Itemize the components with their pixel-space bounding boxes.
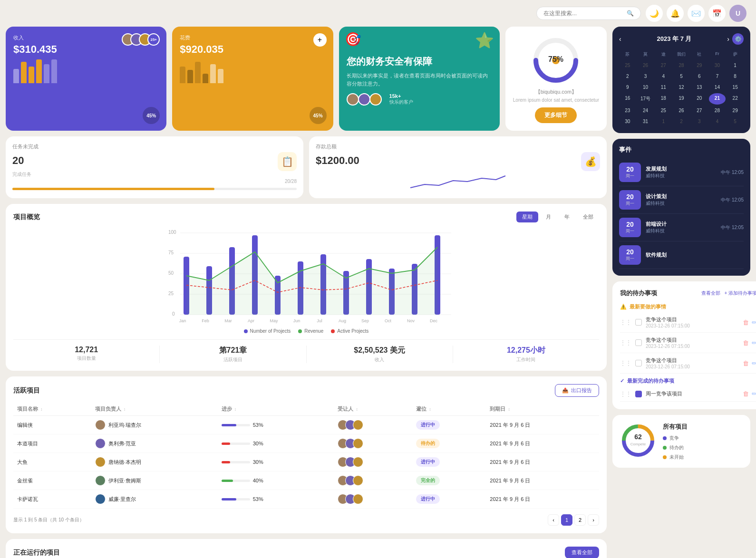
- cal-day[interactable]: 18: [655, 93, 672, 105]
- cal-day[interactable]: 13: [691, 82, 708, 92]
- cal-day[interactable]: 27: [655, 60, 672, 70]
- cal-day[interactable]: 5: [727, 116, 744, 126]
- next-page-button[interactable]: ›: [588, 514, 599, 526]
- cal-day[interactable]: 28: [673, 60, 690, 70]
- cal-day[interactable]: 19: [673, 93, 690, 105]
- delete-icon[interactable]: 🗑: [743, 339, 749, 346]
- todo-checkbox[interactable]: [635, 319, 642, 326]
- prev-page-button[interactable]: ‹: [548, 514, 559, 526]
- cal-day[interactable]: 11: [655, 82, 672, 92]
- col-due[interactable]: 到期日 ↕: [486, 403, 599, 416]
- event-item[interactable]: 20 周一 发展规划 威特科技 中午 12:05: [619, 159, 744, 186]
- cal-day[interactable]: 25: [655, 106, 672, 115]
- edit-icon[interactable]: ✏: [752, 319, 756, 326]
- cal-day[interactable]: 15: [727, 82, 744, 92]
- cal-day[interactable]: 3: [691, 116, 708, 126]
- event-company: 威特科技: [646, 200, 716, 207]
- edit-icon[interactable]: ✏: [752, 390, 756, 397]
- cal-day[interactable]: 27: [691, 106, 708, 115]
- cal-day[interactable]: 10: [637, 82, 654, 92]
- cal-day[interactable]: 29: [727, 106, 744, 115]
- sort-arrow-assignee: ↕: [356, 407, 358, 412]
- cal-day[interactable]: 2: [673, 116, 690, 126]
- search-box[interactable]: 🔍: [536, 7, 641, 20]
- cal-day[interactable]: 4: [709, 116, 726, 126]
- event-item[interactable]: 20 周一 设计策划 威特科技 中午 12:05: [619, 186, 744, 214]
- cal-day[interactable]: 2: [619, 71, 636, 81]
- event-name: 前端设计: [646, 221, 716, 228]
- todo-checkbox[interactable]: [635, 360, 642, 366]
- calendar-button[interactable]: 📅: [708, 5, 726, 22]
- todo-checkbox[interactable]: [635, 339, 642, 346]
- cal-day[interactable]: 7: [709, 71, 726, 81]
- page-buttons[interactable]: ‹ 1 2 ›: [548, 514, 599, 526]
- todo-item-right[interactable]: 🗑 ✏: [743, 360, 756, 367]
- todo-view-all-link[interactable]: 查看全部: [701, 290, 720, 297]
- cal-day[interactable]: 1: [727, 60, 744, 70]
- cal-day[interactable]: 1: [655, 116, 672, 126]
- page-1-button[interactable]: 1: [561, 514, 572, 526]
- mail-button[interactable]: ✉️: [688, 5, 705, 22]
- event-time: 中午 12:05: [721, 224, 744, 231]
- cal-day[interactable]: 26: [637, 60, 654, 70]
- delete-icon[interactable]: 🗑: [743, 390, 749, 397]
- col-progress[interactable]: 进步 ↕: [218, 403, 334, 416]
- settings-icon[interactable]: ⚙️: [732, 33, 744, 45]
- cal-day[interactable]: 23: [619, 106, 636, 115]
- edit-icon[interactable]: ✏: [752, 360, 756, 367]
- cal-day[interactable]: 26: [673, 106, 690, 115]
- tab-week[interactable]: 星期: [516, 212, 538, 222]
- tab-all[interactable]: 全部: [577, 212, 599, 222]
- todo-item-right[interactable]: 🗑 ✏: [743, 390, 756, 397]
- cal-day[interactable]: 9: [619, 82, 636, 92]
- cal-day[interactable]: 30: [619, 116, 636, 126]
- search-input[interactable]: [543, 10, 623, 17]
- cal-day[interactable]: 31: [637, 116, 654, 126]
- cal-day[interactable]: 25: [619, 60, 636, 70]
- edit-icon[interactable]: ✏: [752, 339, 756, 346]
- cal-day[interactable]: 28: [709, 106, 726, 115]
- add-expense-button[interactable]: +: [313, 33, 327, 47]
- delete-icon[interactable]: 🗑: [743, 319, 749, 326]
- dark-mode-button[interactable]: 🌙: [646, 5, 663, 22]
- col-manager[interactable]: 项目负责人 ↕: [91, 403, 218, 416]
- cal-day[interactable]: 4: [655, 71, 672, 81]
- todo-item-right[interactable]: 🗑 ✏: [743, 339, 756, 346]
- tab-month[interactable]: 月: [540, 212, 557, 222]
- tab-year[interactable]: 年: [559, 212, 575, 222]
- cal-day[interactable]: 12: [673, 82, 690, 92]
- cal-next-button[interactable]: ›: [727, 35, 729, 43]
- notifications-button[interactable]: 🔔: [667, 5, 684, 22]
- event-item[interactable]: 20 周一 软件规划: [619, 241, 744, 269]
- cal-day[interactable]: 14: [709, 82, 726, 92]
- cal-day[interactable]: 21: [709, 93, 726, 105]
- cal-prev-button[interactable]: ‹: [619, 35, 621, 43]
- todo-item-right[interactable]: 🗑 ✏: [743, 319, 756, 326]
- cal-day[interactable]: 20: [691, 93, 708, 105]
- cal-day[interactable]: 22: [727, 93, 744, 105]
- event-item[interactable]: 20 周一 前端设计 威特科技 中午 12:05: [619, 214, 744, 241]
- user-avatar[interactable]: U: [729, 5, 746, 22]
- cal-day[interactable]: 30: [709, 60, 726, 70]
- todo-checkbox[interactable]: [635, 391, 642, 397]
- cal-day[interactable]: 24: [637, 106, 654, 115]
- legend-dot-active: [331, 329, 335, 333]
- col-status[interactable]: 邃位 ↕: [412, 403, 486, 416]
- delete-icon[interactable]: 🗑: [743, 360, 749, 367]
- export-button[interactable]: 📤 出口报告: [555, 384, 599, 397]
- cal-day[interactable]: 17号: [637, 93, 654, 105]
- col-assignee[interactable]: 受让人 ↕: [334, 403, 412, 416]
- page-2-button[interactable]: 2: [574, 514, 586, 526]
- cal-day[interactable]: 16: [619, 93, 636, 105]
- detail-button[interactable]: 更多细节: [535, 107, 577, 123]
- cell-due: 2021 年 9 月 6 日: [486, 471, 599, 490]
- todo-add-link[interactable]: + 添加待办事项: [724, 290, 756, 297]
- chart-tabs[interactable]: 星期 月 年 全部: [516, 212, 599, 222]
- view-all-button[interactable]: 查看全部: [565, 547, 599, 558]
- cal-day[interactable]: 5: [673, 71, 690, 81]
- cal-day[interactable]: 3: [637, 71, 654, 81]
- cal-day[interactable]: 8: [727, 71, 744, 81]
- cal-day[interactable]: 6: [691, 71, 708, 81]
- cal-day[interactable]: 29: [691, 60, 708, 70]
- col-name[interactable]: 项目名称 ↕: [13, 403, 91, 416]
